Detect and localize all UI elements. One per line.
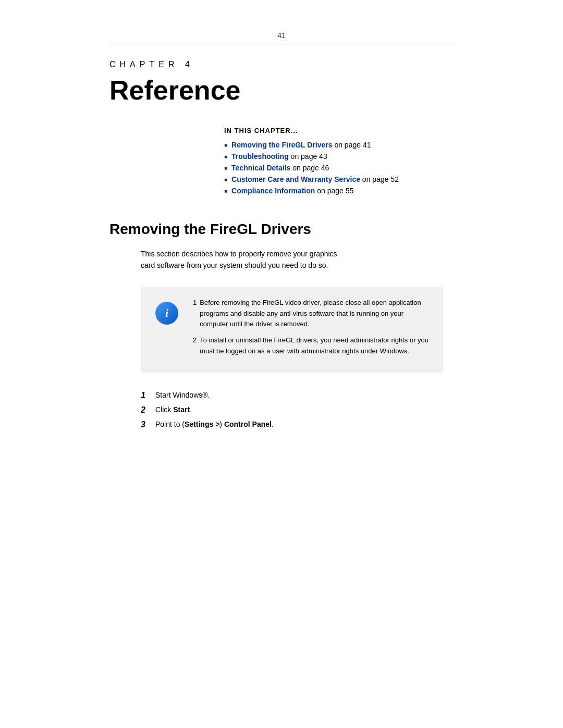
toc-item-2: ■ Troubleshooting on page 43 xyxy=(224,152,454,161)
chapter-title: Reference xyxy=(109,75,454,106)
toc-item-3-content: Technical Details on page 46 xyxy=(231,164,329,172)
toc-item-2-content: Troubleshooting on page 43 xyxy=(231,152,327,161)
info-icon: i xyxy=(155,302,178,325)
toc-bullet-4: ■ xyxy=(224,177,227,182)
step-text-2: Click Start. xyxy=(155,405,192,414)
step-3-bold-cp: Control Panel xyxy=(224,420,272,428)
toc-item-4-content: Customer Care and Warranty Service on pa… xyxy=(231,175,399,183)
toc-link-1[interactable]: Removing the FireGL Drivers xyxy=(231,141,332,149)
toc-bullet-1: ■ xyxy=(224,142,227,148)
toc-item-4: ■ Customer Care and Warranty Service on … xyxy=(224,175,454,183)
toc-link-3[interactable]: Technical Details xyxy=(231,164,290,172)
step-1: 1 Start Windows®. xyxy=(141,391,454,400)
toc-suffix-1: on page 41 xyxy=(334,141,371,149)
step-number-3: 3 xyxy=(141,420,151,429)
section-description: This section describes how to properly r… xyxy=(141,248,339,272)
step-text-1: Start Windows®. xyxy=(155,391,210,399)
toc-suffix-2: on page 43 xyxy=(291,152,327,161)
toc-suffix-5: on page 55 xyxy=(317,187,353,195)
note-number-1: 1 xyxy=(193,298,197,330)
step-number-1: 1 xyxy=(141,391,151,400)
note-content: 1 Before removing the FireGL video drive… xyxy=(193,298,433,362)
note-text-2: To install or uninstall the FireGL drive… xyxy=(200,335,433,357)
info-icon-label: i xyxy=(165,306,168,320)
page-container: 41 CHAPTER 4 Reference IN THIS CHAPTER..… xyxy=(0,0,563,728)
toc-item-3: ■ Technical Details on page 46 xyxy=(224,164,454,172)
step-3-bold-settings: Settings > xyxy=(185,420,219,428)
note-text-1: Before removing the FireGL video driver,… xyxy=(200,298,433,330)
note-box: i 1 Before removing the FireGL video dri… xyxy=(141,287,443,373)
note-icon-container: i xyxy=(151,298,182,329)
section-title: Removing the FireGL Drivers xyxy=(109,221,454,238)
toc-item-1: ■ Removing the FireGL Drivers on page 41 xyxy=(224,141,454,149)
toc-bullet-5: ■ xyxy=(224,188,227,194)
toc-suffix-3: on page 46 xyxy=(292,164,329,172)
toc-link-5[interactable]: Compliance Information xyxy=(231,187,315,195)
top-rule xyxy=(109,44,454,44)
toc-item-5-content: Compliance Information on page 55 xyxy=(231,187,353,195)
note-item-2: 2 To install or uninstall the FireGL dri… xyxy=(193,335,433,357)
note-number-2: 2 xyxy=(193,335,197,357)
steps-area: 1 Start Windows®. 2 Click Start. 3 Point… xyxy=(141,391,454,429)
toc-item-1-content: Removing the FireGL Drivers on page 41 xyxy=(231,141,371,149)
toc-link-2[interactable]: Troubleshooting xyxy=(231,152,289,161)
chapter-label: CHAPTER 4 xyxy=(109,60,454,69)
step-number-2: 2 xyxy=(141,405,151,415)
note-item-1: 1 Before removing the FireGL video drive… xyxy=(193,298,433,330)
in-this-chapter-heading: IN THIS CHAPTER... xyxy=(224,127,454,134)
toc-suffix-4: on page 52 xyxy=(362,175,399,183)
step-2-bold: Start xyxy=(173,405,190,414)
step-text-3: Point to (Settings >) Control Panel. xyxy=(155,420,274,428)
step-3: 3 Point to (Settings >) Control Panel. xyxy=(141,420,454,429)
step-2: 2 Click Start. xyxy=(141,405,454,415)
page-number: 41 xyxy=(0,31,563,40)
in-this-chapter-box: IN THIS CHAPTER... ■ Removing the FireGL… xyxy=(224,127,454,195)
toc-item-5: ■ Compliance Information on page 55 xyxy=(224,187,454,195)
content-area: CHAPTER 4 Reference IN THIS CHAPTER... ■… xyxy=(109,60,454,429)
toc-bullet-3: ■ xyxy=(224,165,227,171)
toc-link-4[interactable]: Customer Care and Warranty Service xyxy=(231,175,360,183)
toc-bullet-2: ■ xyxy=(224,154,227,159)
